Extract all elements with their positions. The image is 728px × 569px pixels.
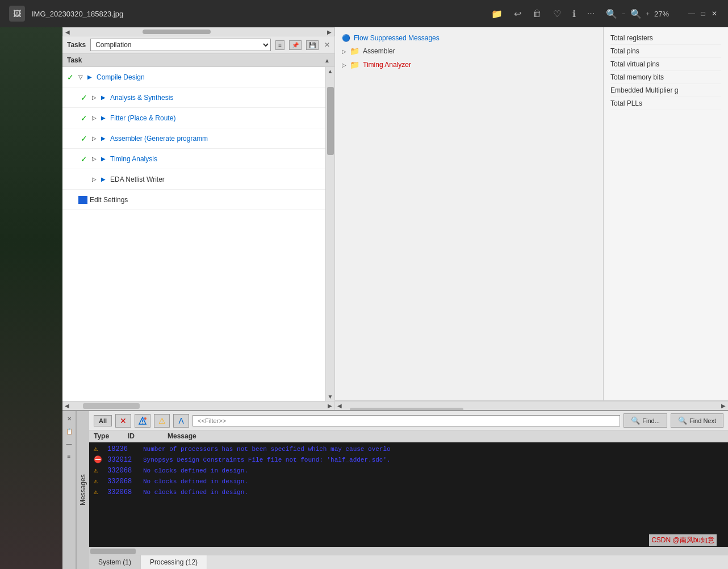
tab-system[interactable]: System (1) bbox=[89, 555, 141, 569]
messages-inner: ✕ 📋 — ≡ Messages All ✕ bbox=[62, 411, 728, 569]
info-icon[interactable]: ℹ bbox=[572, 9, 576, 19]
file-tree-item-suppressed[interactable]: 🔵 Flow Suppressed Messages bbox=[337, 32, 601, 44]
delete-icon[interactable]: 🗑 bbox=[533, 9, 542, 19]
prop-embedded-mult[interactable]: Embedded Multiplier g bbox=[610, 84, 721, 97]
right-scroll-h[interactable]: ◀ ▶ bbox=[335, 401, 728, 410]
filter-input[interactable] bbox=[193, 415, 620, 426]
messages-section: ✕ 📋 — ≡ Messages All ✕ bbox=[62, 410, 728, 569]
file-tree-item-assembler[interactable]: ▷ 📁 Assembler bbox=[337, 44, 601, 58]
prop-total-pins[interactable]: Total pins bbox=[610, 45, 721, 58]
msg-text-2: No clocks defined in design. bbox=[143, 467, 248, 474]
play-icon-analysis[interactable]: ▶ bbox=[101, 94, 110, 101]
prop-total-virtual-pins[interactable]: Total virtual pins bbox=[610, 58, 721, 71]
tasks-scroll-h[interactable]: ◀ ▶ bbox=[62, 27, 334, 36]
play-icon-assembler[interactable]: ▶ bbox=[101, 135, 110, 141]
expand-icon-assembler[interactable]: ▷ bbox=[92, 135, 101, 141]
scroll-v-thumb[interactable] bbox=[327, 87, 334, 155]
task-item-compile-design[interactable]: ✓ ▽ ▶ Compile Design bbox=[62, 67, 325, 87]
timing-expand-icon[interactable]: ▷ bbox=[342, 62, 346, 68]
file-tree-item-timing-analyzer[interactable]: ▷ 📁 Timing Analyzer bbox=[337, 58, 601, 72]
minimize-button[interactable]: — bbox=[687, 9, 696, 18]
warning-filter-btn[interactable] bbox=[135, 414, 150, 428]
scroll-v-down[interactable]: ▼ bbox=[327, 392, 334, 401]
find-next-button[interactable]: 🔍 Find Next bbox=[671, 413, 723, 428]
scroll-h-thumb-bottom[interactable] bbox=[83, 403, 140, 409]
zoom-out-icon[interactable]: 🔍 bbox=[606, 9, 617, 19]
scroll-left-arrow[interactable]: ◀ bbox=[65, 29, 70, 35]
tasks-close-icon[interactable]: ✕ bbox=[324, 41, 330, 49]
task-item-eda[interactable]: ✓ ▷ ▶ EDA Netlist Writer bbox=[62, 169, 325, 190]
scroll-thumb-h[interactable] bbox=[143, 30, 211, 34]
tasks-label: Tasks bbox=[67, 41, 86, 49]
task-item-analysis[interactable]: ✓ ▷ ▶ Analysis & Synthesis bbox=[62, 87, 325, 108]
prop-total-memory-bits[interactable]: Total memory bits bbox=[610, 71, 721, 84]
message-row-2[interactable]: ⚠ 332068 No clocks defined in design. bbox=[94, 465, 723, 476]
play-icon-compile[interactable]: ▶ bbox=[87, 74, 97, 80]
task-item-edit-settings[interactable]: ✓ Edit Settings bbox=[62, 190, 325, 210]
scroll-v-up[interactable]: ▲ bbox=[327, 67, 334, 76]
scroll-right-arrow[interactable]: ▶ bbox=[327, 29, 332, 35]
play-icon-eda[interactable]: ▶ bbox=[101, 176, 110, 182]
tasks-bottom-scroll[interactable]: ◀ ▶ bbox=[62, 401, 334, 410]
tasks-list-btn[interactable]: ≡ bbox=[275, 40, 284, 50]
error-filter-btn[interactable]: ✕ bbox=[115, 414, 131, 428]
info-filter-btn[interactable]: Λ bbox=[173, 414, 189, 428]
col-id-header: ID bbox=[128, 432, 168, 440]
expand-icon-timing[interactable]: ▷ bbox=[92, 156, 101, 162]
maximize-button[interactable]: □ bbox=[698, 9, 708, 18]
right-scroll-thumb[interactable] bbox=[350, 408, 463, 411]
zoom-in-icon[interactable]: 🔍 bbox=[630, 9, 642, 19]
msg-text-3: No clocks defined in design. bbox=[143, 478, 248, 485]
suppressed-icon: 🔵 bbox=[342, 34, 350, 42]
message-row-4[interactable]: ⚠ 332068 No clocks defined in design. bbox=[94, 487, 723, 497]
right-scroll-right[interactable]: ▶ bbox=[719, 403, 728, 409]
task-item-fitter[interactable]: ✓ ▷ ▶ Fitter (Place & Route) bbox=[62, 108, 325, 128]
scroll-h-right[interactable]: ▶ bbox=[325, 403, 334, 409]
title-bar: 🖼 IMG_20230320_185823.jpg 📁 ↩ 🗑 ♡ ℹ ··· … bbox=[0, 0, 728, 27]
messages-table-header: Type ID Message bbox=[89, 430, 728, 442]
favorite-icon[interactable]: ♡ bbox=[553, 9, 561, 19]
rotate-icon[interactable]: ↩ bbox=[514, 9, 521, 19]
expand-icon-eda[interactable]: ▷ bbox=[92, 176, 101, 182]
tasks-save-btn[interactable]: 💾 bbox=[306, 40, 319, 50]
compilation-select[interactable]: Compilation bbox=[90, 39, 271, 51]
assembler-expand-icon[interactable]: ▷ bbox=[342, 48, 346, 55]
expand-icon-fitter[interactable]: ▷ bbox=[92, 115, 101, 121]
find-button[interactable]: 🔍 Find... bbox=[624, 413, 667, 428]
properties-panel: Total registers Total pins Total virtual… bbox=[603, 27, 728, 400]
messages-scroll-thumb[interactable] bbox=[90, 549, 136, 554]
side-menu-icon[interactable]: ≡ bbox=[64, 451, 74, 461]
task-item-timing[interactable]: ✓ ▷ ▶ Timing Analysis bbox=[62, 149, 325, 169]
message-row-3[interactable]: ⚠ 332068 No clocks defined in design. bbox=[94, 476, 723, 487]
task-item-assembler[interactable]: ✓ ▷ ▶ Assembler (Generate programm bbox=[62, 128, 325, 149]
right-scroll-left[interactable]: ◀ bbox=[335, 403, 344, 409]
expand-icon-compile[interactable]: ▽ bbox=[78, 74, 87, 80]
alert-filter-btn[interactable]: ⚠ bbox=[154, 414, 170, 428]
close-button[interactable]: ✕ bbox=[710, 9, 719, 18]
assembler-folder-icon: 📁 bbox=[350, 47, 359, 56]
message-row-1[interactable]: ⛔ 332012 Synopsys Design Constraints Fil… bbox=[94, 454, 723, 465]
file-tree-items: 🔵 Flow Suppressed Messages ▷ 📁 Assembler… bbox=[335, 27, 603, 400]
side-copy-icon[interactable]: 📋 bbox=[64, 426, 74, 436]
window-controls: — □ ✕ bbox=[687, 9, 719, 18]
message-row-0[interactable]: ⚠ 18236 Number of processors has not bee… bbox=[94, 444, 723, 454]
all-button[interactable]: All bbox=[94, 415, 112, 426]
side-close-icon[interactable]: ✕ bbox=[64, 413, 74, 424]
messages-body: ⚠ 18236 Number of processors has not bee… bbox=[89, 442, 728, 547]
browse-icon[interactable]: 📁 bbox=[491, 9, 503, 19]
scroll-up-arrow[interactable]: ▲ bbox=[324, 57, 330, 64]
tasks-pin-btn[interactable]: 📌 bbox=[289, 40, 302, 50]
more-icon[interactable]: ··· bbox=[587, 9, 595, 19]
prop-total-plls[interactable]: Total PLLs bbox=[610, 97, 721, 110]
msg-text-1: Synopsys Design Constraints File file no… bbox=[143, 457, 391, 463]
tasks-scrollbar-v[interactable]: ▲ ▼ bbox=[325, 67, 334, 401]
scroll-h-left[interactable]: ◀ bbox=[62, 403, 72, 409]
expand-icon-analysis[interactable]: ▷ bbox=[92, 94, 101, 101]
messages-scroll-h[interactable] bbox=[89, 547, 728, 555]
side-minus-icon[interactable]: — bbox=[64, 438, 74, 449]
prop-total-registers[interactable]: Total registers bbox=[610, 32, 721, 45]
warn-icon-2: ⚠ bbox=[94, 466, 103, 475]
tab-processing[interactable]: Processing (12) bbox=[141, 555, 207, 569]
play-icon-timing[interactable]: ▶ bbox=[101, 156, 110, 162]
play-icon-fitter[interactable]: ▶ bbox=[101, 115, 110, 121]
